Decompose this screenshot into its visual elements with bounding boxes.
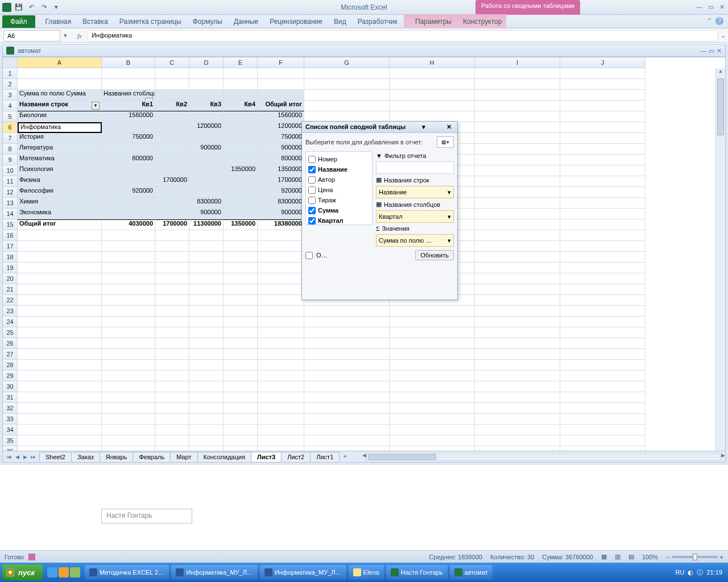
view-layout-icon[interactable]: ▥ xyxy=(615,553,621,560)
cell[interactable] xyxy=(258,230,304,241)
cell[interactable] xyxy=(475,338,560,349)
cell[interactable]: 1200000 xyxy=(258,122,304,133)
cell[interactable] xyxy=(475,122,560,133)
cell[interactable] xyxy=(224,284,258,295)
cell[interactable] xyxy=(189,371,224,381)
cell[interactable] xyxy=(258,284,304,295)
row-header[interactable]: 28 xyxy=(3,360,18,371)
cell[interactable] xyxy=(475,241,560,252)
cell[interactable] xyxy=(18,284,102,295)
column-header[interactable]: C xyxy=(155,57,189,68)
cell[interactable] xyxy=(258,263,304,273)
taskbar-item[interactable]: автомат xyxy=(450,565,493,580)
cell[interactable] xyxy=(224,371,258,381)
tab-last-icon[interactable]: ⏭ xyxy=(29,454,37,460)
cell[interactable] xyxy=(102,349,155,360)
cell[interactable] xyxy=(475,435,560,446)
cell[interactable] xyxy=(102,371,155,381)
cell[interactable]: Биология xyxy=(18,111,102,122)
cell[interactable] xyxy=(258,349,304,360)
cell[interactable] xyxy=(224,381,258,392)
cell[interactable] xyxy=(475,111,560,122)
cell[interactable] xyxy=(560,263,646,273)
cell[interactable] xyxy=(475,176,560,187)
vscroll-thumb[interactable] xyxy=(717,78,724,135)
redo-icon[interactable]: ↷ xyxy=(39,2,49,13)
cell[interactable] xyxy=(224,338,258,349)
doc-restore-icon[interactable]: ▭ xyxy=(709,47,714,55)
row-header[interactable]: 5 xyxy=(3,111,18,122)
cell[interactable] xyxy=(560,219,646,230)
cell[interactable] xyxy=(189,381,224,392)
zoom-slider[interactable]: − + xyxy=(666,554,723,560)
cell[interactable] xyxy=(102,338,155,349)
ribbon-tab[interactable]: Разработчик xyxy=(352,15,403,28)
cell[interactable] xyxy=(189,187,224,198)
cell[interactable] xyxy=(475,317,560,327)
cell[interactable] xyxy=(224,273,258,284)
cell[interactable] xyxy=(189,403,224,414)
cell[interactable] xyxy=(224,144,258,155)
cell[interactable] xyxy=(224,306,258,317)
pivot-field-checkbox[interactable] xyxy=(308,166,316,173)
zoom-level[interactable]: 100% xyxy=(642,554,658,560)
cell[interactable] xyxy=(155,371,189,381)
cell[interactable] xyxy=(18,230,102,241)
cell[interactable] xyxy=(560,317,646,327)
cell[interactable] xyxy=(390,317,475,327)
cell[interactable] xyxy=(155,425,189,435)
row-header[interactable]: 17 xyxy=(3,241,18,252)
sheet-tab[interactable]: Консолидация xyxy=(197,452,252,462)
row-header[interactable]: 12 xyxy=(3,187,18,198)
zoom-out-icon[interactable]: − xyxy=(666,554,669,560)
cell[interactable] xyxy=(224,392,258,403)
cell[interactable] xyxy=(155,198,189,209)
cell[interactable] xyxy=(102,414,155,425)
cell[interactable] xyxy=(560,90,646,101)
cell[interactable] xyxy=(189,68,224,79)
row-header[interactable]: 34 xyxy=(3,425,18,435)
cell[interactable]: Психология xyxy=(18,165,102,176)
row-header[interactable]: 31 xyxy=(3,392,18,403)
column-header[interactable]: F xyxy=(258,57,304,68)
cell[interactable] xyxy=(560,198,646,209)
taskbar-item[interactable]: Информатика_МУ_Л… xyxy=(171,565,258,580)
pivot-field-checkbox[interactable] xyxy=(308,197,316,204)
cell[interactable] xyxy=(560,155,646,165)
minimize-icon[interactable]: — xyxy=(695,2,704,12)
cell[interactable]: Названия строк▾ xyxy=(18,101,102,111)
cell[interactable] xyxy=(560,414,646,425)
cell[interactable] xyxy=(390,435,475,446)
cell[interactable]: 18380000 xyxy=(258,219,304,230)
tab-next-icon[interactable]: ▶ xyxy=(21,454,29,460)
pivot-field-pane[interactable]: Список полей сводной таблицы ▾ ✕ Выберит… xyxy=(301,121,458,300)
cell[interactable] xyxy=(475,381,560,392)
cell[interactable] xyxy=(475,209,560,219)
cell[interactable] xyxy=(475,349,560,360)
cell[interactable] xyxy=(155,187,189,198)
cell[interactable] xyxy=(102,425,155,435)
cell[interactable] xyxy=(258,338,304,349)
cell[interactable] xyxy=(258,90,304,101)
cell[interactable] xyxy=(155,209,189,219)
cell[interactable] xyxy=(390,90,475,101)
cell[interactable] xyxy=(258,327,304,338)
cell[interactable] xyxy=(304,317,390,327)
cell[interactable] xyxy=(155,403,189,414)
cell[interactable] xyxy=(475,219,560,230)
cell[interactable] xyxy=(390,306,475,317)
cell[interactable] xyxy=(155,435,189,446)
cell[interactable] xyxy=(560,252,646,263)
cell[interactable]: 1350000 xyxy=(224,219,258,230)
zoom-in-icon[interactable]: + xyxy=(720,554,723,560)
cell[interactable] xyxy=(258,425,304,435)
cell[interactable] xyxy=(560,371,646,381)
cell[interactable]: Кв1 xyxy=(102,101,155,111)
cell[interactable] xyxy=(390,327,475,338)
cell[interactable]: 1560000 xyxy=(102,111,155,122)
cell[interactable] xyxy=(304,68,390,79)
vertical-scrollbar[interactable]: ▲ ▼ xyxy=(715,68,725,462)
cell[interactable] xyxy=(560,403,646,414)
column-header[interactable]: B xyxy=(102,57,155,68)
column-header[interactable]: G xyxy=(304,57,390,68)
